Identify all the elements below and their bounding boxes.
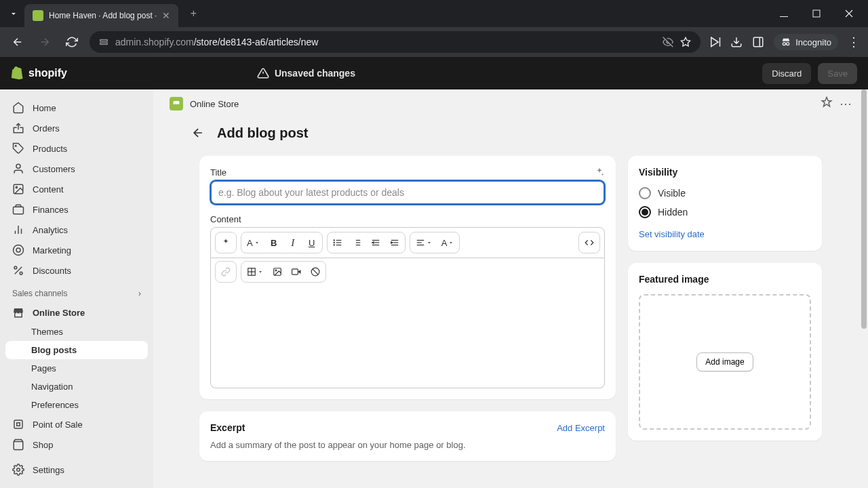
rte-outdent[interactable] xyxy=(367,234,384,251)
svg-marker-5 xyxy=(711,37,719,47)
rte-number-list[interactable] xyxy=(348,234,366,251)
visibility-card: Visibility Visible Hidden Set visibility… xyxy=(628,156,822,251)
browser-back[interactable] xyxy=(8,33,27,52)
rte-clear[interactable] xyxy=(307,263,324,281)
svg-rect-7 xyxy=(753,37,763,47)
nav-settings[interactable]: Settings xyxy=(5,460,148,480)
rte-bullet-list[interactable] xyxy=(329,234,347,251)
nav-home[interactable]: Home xyxy=(5,98,148,118)
add-image-button[interactable]: Add image xyxy=(696,352,753,371)
media-control-icon[interactable] xyxy=(709,36,721,48)
svg-point-32 xyxy=(334,242,334,243)
more-actions[interactable]: ⋯ xyxy=(840,96,852,111)
nav-online-store[interactable]: Online Store xyxy=(5,302,148,323)
incognito-badge[interactable]: Incognito xyxy=(774,34,838,50)
nav-blog-posts[interactable]: Blog posts xyxy=(5,341,148,359)
rte-image[interactable] xyxy=(269,263,286,281)
svg-point-27 xyxy=(17,468,20,472)
tab-search-dropdown[interactable] xyxy=(5,5,22,22)
svg-point-31 xyxy=(334,240,334,241)
rte-ai-icon[interactable] xyxy=(217,234,235,251)
svg-point-19 xyxy=(14,245,24,256)
finances-icon xyxy=(12,203,24,216)
rte-italic[interactable]: I xyxy=(284,234,302,251)
rte-toolbar: A B I U A xyxy=(210,227,605,258)
sidepanel-icon[interactable] xyxy=(752,36,764,48)
back-button[interactable] xyxy=(189,123,208,142)
add-excerpt-button[interactable]: Add Excerpt xyxy=(557,423,605,433)
nav-navigation[interactable]: Navigation xyxy=(5,378,148,396)
incognito-icon xyxy=(781,37,791,47)
svg-line-53 xyxy=(313,269,318,274)
nav-discounts[interactable]: Discounts xyxy=(5,260,148,281)
rte-color[interactable]: A xyxy=(437,234,458,251)
svg-point-23 xyxy=(20,272,22,274)
excerpt-hint: Add a summary of the post to appear on y… xyxy=(210,440,605,450)
radio-checked-icon xyxy=(639,206,651,218)
discard-button[interactable]: Discard xyxy=(762,63,811,84)
maximize-window[interactable] xyxy=(803,3,830,24)
context-label[interactable]: Online Store xyxy=(190,99,239,109)
set-visibility-date[interactable]: Set visibility date xyxy=(639,229,705,239)
save-button[interactable]: Save xyxy=(818,63,857,84)
svg-point-10 xyxy=(787,43,789,45)
unsaved-indicator: Unsaved changes xyxy=(257,67,355,79)
nav-shop[interactable]: Shop xyxy=(5,434,148,455)
nav-pages[interactable]: Pages xyxy=(5,359,148,378)
rte-underline[interactable]: U xyxy=(303,234,321,251)
nav-customers[interactable]: Customers xyxy=(5,159,148,179)
scrollbar[interactable] xyxy=(861,89,867,488)
browser-menu[interactable]: ⋮ xyxy=(848,35,860,49)
new-tab-button[interactable]: + xyxy=(184,4,203,23)
close-tab-icon[interactable]: ✕ xyxy=(162,10,170,21)
nav-content[interactable]: Content xyxy=(5,179,148,199)
rte-bold[interactable]: B xyxy=(265,234,283,251)
site-settings-icon[interactable] xyxy=(99,37,108,47)
svg-rect-3 xyxy=(100,43,108,44)
customers-icon xyxy=(12,163,24,175)
nav-finances[interactable]: Finances xyxy=(5,199,148,220)
eye-off-icon[interactable] xyxy=(663,37,673,47)
shopify-logo[interactable]: shopify xyxy=(11,66,67,81)
svg-rect-1 xyxy=(813,10,820,17)
shopify-favicon xyxy=(33,10,43,21)
chevron-right-icon[interactable]: › xyxy=(138,289,141,298)
svg-point-22 xyxy=(14,266,17,269)
ai-sparkle-icon[interactable] xyxy=(594,167,605,178)
nav-orders[interactable]: Orders xyxy=(5,118,148,138)
title-input[interactable] xyxy=(210,180,605,205)
excerpt-card: Excerpt Add Excerpt Add a summary of the… xyxy=(199,411,616,461)
nav-themes[interactable]: Themes xyxy=(5,323,148,341)
address-bar[interactable]: admin.shopify.com/store/de8143-a6/articl… xyxy=(90,31,701,53)
rte-table[interactable] xyxy=(243,263,267,281)
browser-reload[interactable] xyxy=(62,33,81,52)
bookmark-star-icon[interactable] xyxy=(680,37,691,47)
content-editor[interactable] xyxy=(210,287,605,388)
title-content-card: Title Content A B I U xyxy=(199,156,616,399)
browser-tab[interactable]: Home Haven · Add blog post · ✕ xyxy=(24,4,178,27)
products-icon xyxy=(12,142,24,155)
downloads-icon[interactable] xyxy=(730,36,743,48)
nav-products[interactable]: Products xyxy=(5,138,148,159)
minimize-window[interactable] xyxy=(770,3,797,24)
hidden-radio[interactable]: Hidden xyxy=(639,206,811,218)
visible-radio[interactable]: Visible xyxy=(639,187,811,199)
nav-marketing[interactable]: Marketing xyxy=(5,240,148,260)
rte-html[interactable] xyxy=(580,234,598,251)
pin-icon[interactable] xyxy=(821,96,833,108)
rte-link[interactable] xyxy=(217,263,235,281)
rte-align[interactable] xyxy=(412,234,436,251)
nav-analytics[interactable]: Analytics xyxy=(5,220,148,240)
browser-forward[interactable] xyxy=(35,33,54,52)
rte-indent[interactable] xyxy=(386,234,403,251)
svg-line-21 xyxy=(15,267,22,274)
close-window[interactable] xyxy=(835,3,863,24)
image-dropzone[interactable]: Add image xyxy=(639,294,811,430)
nav-preferences[interactable]: Preferences xyxy=(5,396,148,414)
rte-video[interactable] xyxy=(288,263,305,281)
rte-paragraph[interactable]: A xyxy=(243,234,264,251)
nav-pos[interactable]: Point of Sale xyxy=(5,414,148,434)
settings-icon xyxy=(12,464,24,476)
svg-point-14 xyxy=(16,186,17,188)
svg-rect-24 xyxy=(14,420,22,428)
